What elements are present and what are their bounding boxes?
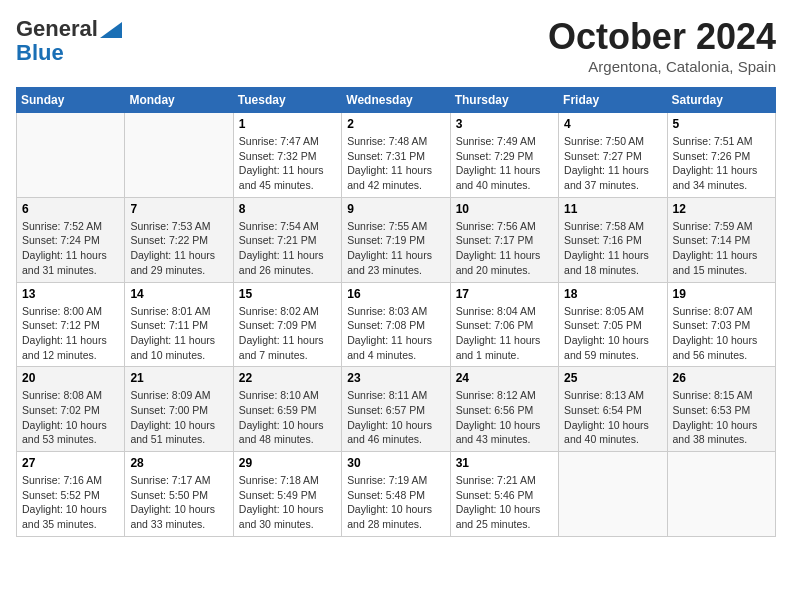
day-number: 14 [130, 287, 227, 301]
day-number: 26 [673, 371, 770, 385]
table-row [559, 452, 667, 537]
day-number: 22 [239, 371, 336, 385]
day-info: Sunrise: 7:48 AMSunset: 7:31 PMDaylight:… [347, 134, 444, 193]
day-number: 5 [673, 117, 770, 131]
day-info: Sunrise: 8:04 AMSunset: 7:06 PMDaylight:… [456, 304, 553, 363]
day-number: 3 [456, 117, 553, 131]
day-number: 12 [673, 202, 770, 216]
day-number: 31 [456, 456, 553, 470]
day-number: 7 [130, 202, 227, 216]
day-number: 6 [22, 202, 119, 216]
table-row: 14Sunrise: 8:01 AMSunset: 7:11 PMDayligh… [125, 282, 233, 367]
table-row: 8Sunrise: 7:54 AMSunset: 7:21 PMDaylight… [233, 197, 341, 282]
calendar-header-row: Sunday Monday Tuesday Wednesday Thursday… [17, 88, 776, 113]
table-row [667, 452, 775, 537]
day-info: Sunrise: 8:05 AMSunset: 7:05 PMDaylight:… [564, 304, 661, 363]
calendar-week-row: 20Sunrise: 8:08 AMSunset: 7:02 PMDayligh… [17, 367, 776, 452]
day-info: Sunrise: 7:21 AMSunset: 5:46 PMDaylight:… [456, 473, 553, 532]
table-row: 1Sunrise: 7:47 AMSunset: 7:32 PMDaylight… [233, 113, 341, 198]
day-number: 29 [239, 456, 336, 470]
day-number: 17 [456, 287, 553, 301]
day-number: 25 [564, 371, 661, 385]
day-number: 23 [347, 371, 444, 385]
day-info: Sunrise: 7:51 AMSunset: 7:26 PMDaylight:… [673, 134, 770, 193]
table-row: 28Sunrise: 7:17 AMSunset: 5:50 PMDayligh… [125, 452, 233, 537]
day-number: 24 [456, 371, 553, 385]
col-thursday: Thursday [450, 88, 558, 113]
day-number: 21 [130, 371, 227, 385]
logo: General Blue [16, 16, 122, 64]
day-info: Sunrise: 8:09 AMSunset: 7:00 PMDaylight:… [130, 388, 227, 447]
day-info: Sunrise: 7:54 AMSunset: 7:21 PMDaylight:… [239, 219, 336, 278]
table-row: 24Sunrise: 8:12 AMSunset: 6:56 PMDayligh… [450, 367, 558, 452]
table-row: 11Sunrise: 7:58 AMSunset: 7:16 PMDayligh… [559, 197, 667, 282]
table-row: 3Sunrise: 7:49 AMSunset: 7:29 PMDaylight… [450, 113, 558, 198]
day-info: Sunrise: 7:18 AMSunset: 5:49 PMDaylight:… [239, 473, 336, 532]
table-row: 17Sunrise: 8:04 AMSunset: 7:06 PMDayligh… [450, 282, 558, 367]
table-row: 27Sunrise: 7:16 AMSunset: 5:52 PMDayligh… [17, 452, 125, 537]
table-row: 16Sunrise: 8:03 AMSunset: 7:08 PMDayligh… [342, 282, 450, 367]
table-row: 10Sunrise: 7:56 AMSunset: 7:17 PMDayligh… [450, 197, 558, 282]
day-number: 8 [239, 202, 336, 216]
day-info: Sunrise: 7:58 AMSunset: 7:16 PMDaylight:… [564, 219, 661, 278]
day-number: 16 [347, 287, 444, 301]
table-row: 9Sunrise: 7:55 AMSunset: 7:19 PMDaylight… [342, 197, 450, 282]
table-row: 18Sunrise: 8:05 AMSunset: 7:05 PMDayligh… [559, 282, 667, 367]
table-row: 25Sunrise: 8:13 AMSunset: 6:54 PMDayligh… [559, 367, 667, 452]
table-row: 4Sunrise: 7:50 AMSunset: 7:27 PMDaylight… [559, 113, 667, 198]
table-row: 13Sunrise: 8:00 AMSunset: 7:12 PMDayligh… [17, 282, 125, 367]
table-row: 29Sunrise: 7:18 AMSunset: 5:49 PMDayligh… [233, 452, 341, 537]
day-info: Sunrise: 8:11 AMSunset: 6:57 PMDaylight:… [347, 388, 444, 447]
day-info: Sunrise: 7:19 AMSunset: 5:48 PMDaylight:… [347, 473, 444, 532]
table-row: 23Sunrise: 8:11 AMSunset: 6:57 PMDayligh… [342, 367, 450, 452]
table-row: 12Sunrise: 7:59 AMSunset: 7:14 PMDayligh… [667, 197, 775, 282]
day-info: Sunrise: 8:12 AMSunset: 6:56 PMDaylight:… [456, 388, 553, 447]
location: Argentona, Catalonia, Spain [548, 58, 776, 75]
table-row: 7Sunrise: 7:53 AMSunset: 7:22 PMDaylight… [125, 197, 233, 282]
calendar-week-row: 13Sunrise: 8:00 AMSunset: 7:12 PMDayligh… [17, 282, 776, 367]
day-number: 9 [347, 202, 444, 216]
day-info: Sunrise: 8:03 AMSunset: 7:08 PMDaylight:… [347, 304, 444, 363]
logo-icon [100, 22, 122, 38]
calendar-table: Sunday Monday Tuesday Wednesday Thursday… [16, 87, 776, 537]
table-row: 31Sunrise: 7:21 AMSunset: 5:46 PMDayligh… [450, 452, 558, 537]
day-info: Sunrise: 7:53 AMSunset: 7:22 PMDaylight:… [130, 219, 227, 278]
day-info: Sunrise: 7:16 AMSunset: 5:52 PMDaylight:… [22, 473, 119, 532]
day-info: Sunrise: 7:17 AMSunset: 5:50 PMDaylight:… [130, 473, 227, 532]
day-info: Sunrise: 8:01 AMSunset: 7:11 PMDaylight:… [130, 304, 227, 363]
calendar-week-row: 6Sunrise: 7:52 AMSunset: 7:24 PMDaylight… [17, 197, 776, 282]
day-number: 2 [347, 117, 444, 131]
day-info: Sunrise: 7:55 AMSunset: 7:19 PMDaylight:… [347, 219, 444, 278]
calendar-week-row: 1Sunrise: 7:47 AMSunset: 7:32 PMDaylight… [17, 113, 776, 198]
col-sunday: Sunday [17, 88, 125, 113]
day-number: 4 [564, 117, 661, 131]
logo-blue: Blue [16, 42, 64, 64]
table-row: 21Sunrise: 8:09 AMSunset: 7:00 PMDayligh… [125, 367, 233, 452]
day-info: Sunrise: 8:07 AMSunset: 7:03 PMDaylight:… [673, 304, 770, 363]
day-info: Sunrise: 8:02 AMSunset: 7:09 PMDaylight:… [239, 304, 336, 363]
day-number: 1 [239, 117, 336, 131]
day-info: Sunrise: 8:13 AMSunset: 6:54 PMDaylight:… [564, 388, 661, 447]
day-info: Sunrise: 8:10 AMSunset: 6:59 PMDaylight:… [239, 388, 336, 447]
calendar-week-row: 27Sunrise: 7:16 AMSunset: 5:52 PMDayligh… [17, 452, 776, 537]
day-info: Sunrise: 7:59 AMSunset: 7:14 PMDaylight:… [673, 219, 770, 278]
day-number: 13 [22, 287, 119, 301]
day-info: Sunrise: 7:52 AMSunset: 7:24 PMDaylight:… [22, 219, 119, 278]
table-row: 26Sunrise: 8:15 AMSunset: 6:53 PMDayligh… [667, 367, 775, 452]
month-title: October 2024 [548, 16, 776, 58]
day-number: 18 [564, 287, 661, 301]
col-saturday: Saturday [667, 88, 775, 113]
col-friday: Friday [559, 88, 667, 113]
day-info: Sunrise: 7:47 AMSunset: 7:32 PMDaylight:… [239, 134, 336, 193]
day-number: 27 [22, 456, 119, 470]
day-number: 20 [22, 371, 119, 385]
col-tuesday: Tuesday [233, 88, 341, 113]
table-row [17, 113, 125, 198]
day-info: Sunrise: 8:00 AMSunset: 7:12 PMDaylight:… [22, 304, 119, 363]
table-row: 20Sunrise: 8:08 AMSunset: 7:02 PMDayligh… [17, 367, 125, 452]
day-number: 30 [347, 456, 444, 470]
table-row [125, 113, 233, 198]
table-row: 19Sunrise: 8:07 AMSunset: 7:03 PMDayligh… [667, 282, 775, 367]
col-wednesday: Wednesday [342, 88, 450, 113]
day-number: 15 [239, 287, 336, 301]
